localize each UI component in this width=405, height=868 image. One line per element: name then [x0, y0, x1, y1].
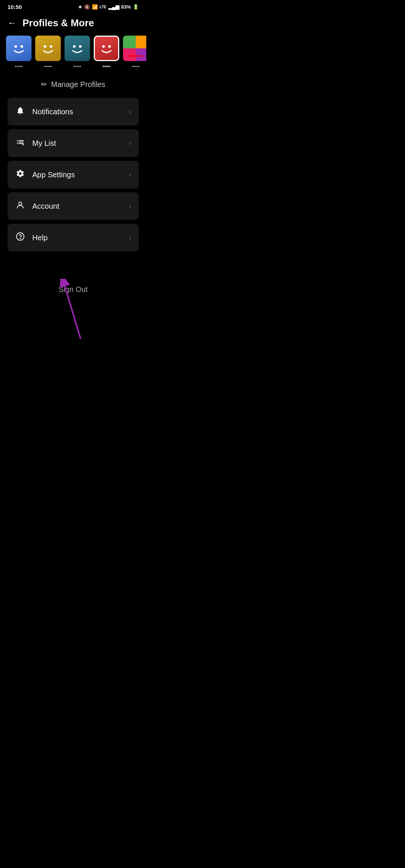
- chevron-icon-notifications: ›: [129, 108, 131, 116]
- menu-item-help-content: Help: [15, 232, 122, 243]
- chevron-icon-my-list: ›: [129, 139, 131, 147]
- wifi-icon: 📶: [92, 4, 98, 10]
- profiles-row: ••••• ••••• •••••: [0, 36, 146, 69]
- help-label: Help: [32, 233, 48, 242]
- gear-icon: [15, 169, 26, 180]
- profile-item-2[interactable]: •••••: [35, 36, 61, 69]
- menu-item-app-settings[interactable]: App Settings ›: [8, 161, 139, 189]
- profile-item-1[interactable]: •••••: [6, 36, 32, 69]
- list-icon: [15, 138, 26, 149]
- svg-point-1: [21, 45, 23, 48]
- manage-profiles-button[interactable]: ✏ Manage Profiles: [0, 69, 146, 98]
- profile-name-1: •••••: [15, 64, 22, 69]
- person-icon: [15, 201, 26, 212]
- svg-point-2: [44, 45, 46, 48]
- my-list-label: My List: [32, 139, 56, 148]
- svg-point-3: [50, 45, 52, 48]
- svg-point-0: [15, 45, 17, 48]
- profile-avatar-4: [94, 36, 119, 61]
- menu-item-account-content: Account: [15, 201, 122, 212]
- profile-name-3: •••••: [73, 64, 81, 69]
- profile-avatar-1: [6, 36, 32, 61]
- menu-item-account[interactable]: Account ›: [8, 192, 139, 220]
- arrow-annotation: [51, 279, 96, 339]
- menu-item-help[interactable]: Help ›: [8, 224, 139, 251]
- page-title: Profiles & More: [22, 17, 94, 29]
- battery-text: 83%: [121, 4, 131, 10]
- account-label: Account: [32, 202, 59, 211]
- svg-point-4: [73, 45, 76, 48]
- bluetooth-icon: ∗: [78, 4, 82, 10]
- profile-name-4: •••••: [102, 64, 110, 69]
- profile-avatar-3: [64, 36, 90, 61]
- chevron-icon-app-settings: ›: [129, 171, 131, 179]
- sign-out-section: Sign Out: [0, 266, 146, 339]
- manage-profiles-label: Manage Profiles: [51, 80, 105, 89]
- pencil-icon: ✏: [41, 80, 47, 89]
- svg-point-5: [79, 45, 82, 48]
- profile-name-2: •••••: [44, 64, 52, 69]
- status-bar: 10:50 ∗ 🔇 📶 LTE ▂▄▆ 83% 🔋: [0, 0, 146, 12]
- mute-icon: 🔇: [84, 4, 90, 10]
- status-time: 10:50: [8, 4, 22, 10]
- profile-item-3[interactable]: •••••: [64, 36, 90, 69]
- profile-item-children[interactable]: children •••••: [123, 36, 146, 69]
- svg-point-7: [108, 45, 111, 48]
- svg-point-9: [19, 202, 22, 205]
- profile-avatar-2: [35, 36, 61, 61]
- svg-point-11: [20, 238, 21, 239]
- menu-list: Notifications › My List › App Settings: [0, 98, 146, 251]
- profile-name-children: •••••: [132, 64, 140, 69]
- back-button[interactable]: ←: [6, 16, 18, 30]
- chevron-icon-account: ›: [129, 202, 131, 210]
- svg-line-13: [65, 286, 81, 339]
- menu-item-my-list-content: My List: [15, 138, 122, 149]
- menu-item-notifications-content: Notifications: [15, 106, 122, 117]
- app-settings-label: App Settings: [32, 171, 75, 179]
- battery-icon: 🔋: [133, 4, 139, 10]
- profile-avatar-children: children: [123, 36, 146, 61]
- menu-item-app-settings-content: App Settings: [15, 169, 122, 180]
- chevron-icon-help: ›: [129, 234, 131, 242]
- menu-item-notifications[interactable]: Notifications ›: [8, 98, 139, 126]
- bell-icon: [15, 106, 26, 117]
- notifications-label: Notifications: [32, 108, 73, 116]
- profile-item-4[interactable]: •••••: [94, 36, 119, 69]
- menu-item-my-list[interactable]: My List ›: [8, 129, 139, 157]
- signal-icon: ▂▄▆: [108, 4, 119, 10]
- lte-icon: LTE: [100, 5, 106, 9]
- svg-point-10: [16, 233, 24, 240]
- status-icons: ∗ 🔇 📶 LTE ▂▄▆ 83% 🔋: [78, 4, 139, 10]
- header: ← Profiles & More: [0, 12, 146, 36]
- svg-point-6: [102, 45, 105, 48]
- question-icon: [15, 232, 26, 243]
- children-label: children: [129, 54, 143, 58]
